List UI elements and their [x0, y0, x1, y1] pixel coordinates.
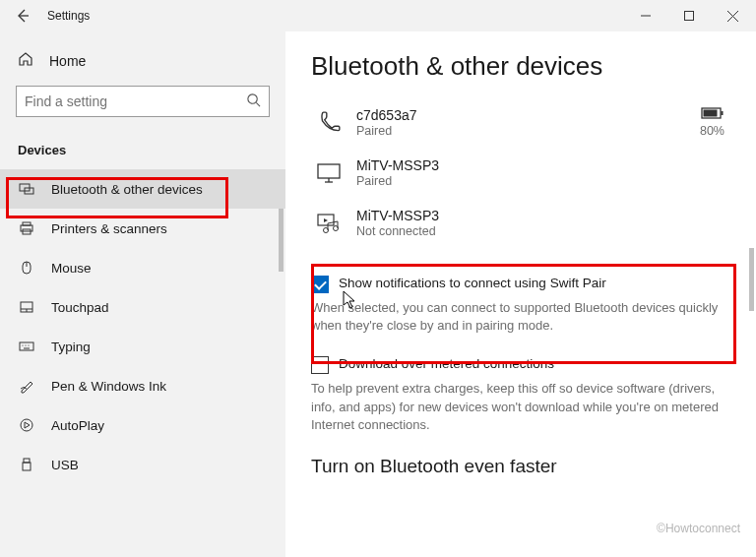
bluetooth-devices-icon: [18, 181, 35, 197]
window-titlebar: Settings: [0, 0, 756, 31]
metered-label: Download over metered connections: [339, 356, 554, 371]
svg-line-5: [256, 102, 260, 106]
sidebar-item-mouse[interactable]: Mouse: [0, 248, 285, 287]
svg-point-18: [25, 344, 26, 345]
settings-sidebar: Home Devices Bluetooth & other devices: [0, 31, 285, 557]
sidebar-item-label: Bluetooth & other devices: [51, 182, 203, 197]
svg-rect-16: [20, 342, 33, 350]
svg-rect-27: [318, 164, 340, 178]
metered-checkbox[interactable]: [311, 356, 329, 374]
swift-pair-row: Show notifications to connect using Swif…: [311, 276, 730, 293]
monitor-icon: [311, 162, 346, 184]
svg-rect-25: [704, 110, 718, 117]
sidebar-item-label: Typing: [51, 340, 91, 354]
device-status: Paired: [356, 124, 700, 138]
usb-icon: [18, 457, 35, 472]
minimize-button[interactable]: [624, 1, 667, 31]
svg-rect-22: [24, 459, 30, 463]
metered-helper: To help prevent extra charges, keep this…: [311, 380, 730, 434]
sidebar-item-typing[interactable]: Typing: [0, 327, 285, 366]
svg-point-21: [21, 419, 32, 431]
sidebar-item-autoplay[interactable]: AutoPlay: [0, 405, 285, 445]
sidebar-item-label: Mouse: [51, 261, 92, 276]
svg-rect-26: [722, 111, 724, 115]
sidebar-home-label: Home: [49, 53, 86, 69]
sidebar-item-label: Pen & Windows Ink: [51, 379, 166, 394]
sidebar-item-label: Touchpad: [51, 300, 109, 315]
device-name: MiTV-MSSP3: [356, 157, 730, 173]
home-icon: [18, 51, 33, 70]
mouse-icon: [18, 260, 35, 276]
autoplay-icon: [18, 417, 35, 433]
sidebar-home[interactable]: Home: [0, 43, 285, 78]
sidebar-item-label: AutoPlay: [51, 418, 104, 433]
sub-heading: Turn on Bluetooth even faster: [311, 456, 730, 477]
sidebar-item-touchpad[interactable]: Touchpad: [0, 287, 285, 327]
device-list: c7d653a7 Paired 80% MiTV-: [311, 99, 730, 250]
multimedia-icon: [311, 213, 346, 234]
device-status: Paired: [356, 174, 730, 188]
device-status: Not connected: [356, 224, 730, 238]
sidebar-scrollbar[interactable]: [279, 209, 284, 272]
sidebar-item-printers[interactable]: Printers & scanners: [0, 209, 285, 248]
svg-point-17: [22, 344, 23, 345]
sidebar-item-label: Printers & scanners: [51, 221, 167, 236]
close-button[interactable]: [711, 1, 754, 31]
swift-pair-label: Show notifications to connect using Swif…: [339, 276, 606, 290]
touchpad-icon: [18, 299, 35, 315]
main-panel: Bluetooth & other devices c7d653a7 Paire…: [285, 31, 756, 557]
sidebar-section-label: Devices: [0, 125, 285, 169]
page-title: Bluetooth & other devices: [311, 51, 730, 82]
device-name: MiTV-MSSP3: [356, 208, 730, 223]
sidebar-item-bluetooth[interactable]: Bluetooth & other devices: [0, 169, 285, 209]
keyboard-icon: [18, 339, 35, 354]
app-title: Settings: [47, 9, 90, 23]
main-scrollbar[interactable]: [749, 248, 754, 311]
metered-row: Download over metered connections: [311, 356, 730, 374]
search-input[interactable]: [25, 93, 246, 109]
sidebar-nav: Bluetooth & other devices Printers & sca…: [0, 169, 285, 484]
svg-rect-1: [685, 12, 694, 21]
device-name: c7d653a7: [356, 107, 700, 123]
device-row[interactable]: MiTV-MSSP3 Paired: [311, 150, 730, 200]
device-row[interactable]: c7d653a7 Paired 80%: [311, 99, 730, 150]
device-row[interactable]: MiTV-MSSP3 Not connected: [311, 200, 730, 250]
pen-icon: [18, 378, 35, 394]
search-icon: [246, 93, 261, 110]
sidebar-item-pen[interactable]: Pen & Windows Ink: [0, 366, 285, 405]
search-box[interactable]: [16, 86, 270, 117]
svg-point-19: [28, 344, 29, 345]
back-button[interactable]: [8, 2, 35, 30]
swift-pair-checkbox[interactable]: [311, 276, 329, 293]
svg-rect-23: [23, 463, 31, 470]
swift-pair-helper: When selected, you can connect to suppor…: [311, 299, 730, 335]
battery-percent: 80%: [700, 124, 724, 138]
watermark: ©Howtoconnect: [657, 522, 740, 535]
sidebar-item-usb[interactable]: USB: [0, 445, 285, 484]
battery-icon: [701, 107, 724, 122]
maximize-button[interactable]: [667, 1, 711, 31]
svg-point-4: [248, 94, 257, 103]
phone-icon: [311, 110, 346, 136]
sidebar-item-label: USB: [51, 458, 79, 472]
printer-icon: [18, 220, 35, 236]
